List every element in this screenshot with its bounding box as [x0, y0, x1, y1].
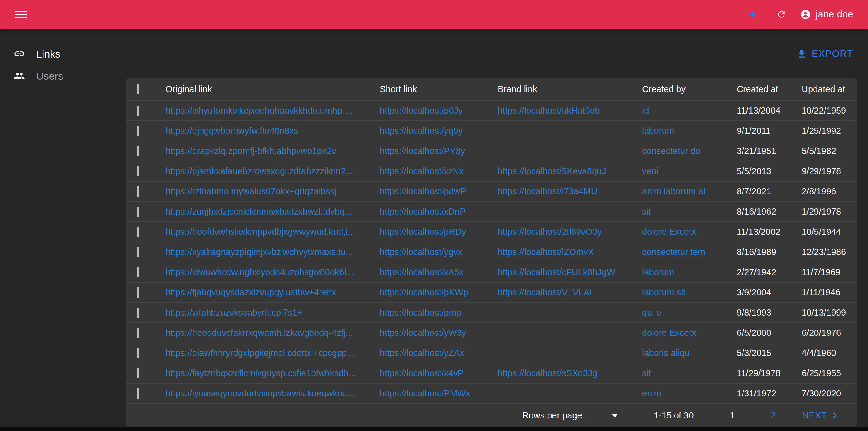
short-link[interactable]: https://localhost/PMWx	[380, 389, 470, 398]
row-checkbox[interactable]	[137, 126, 139, 136]
short-link[interactable]: https://localhost/pdwP	[380, 186, 466, 196]
created-by[interactable]: consectetur do	[642, 146, 700, 156]
brand-link[interactable]: https://localhost/ukHat9ob	[498, 105, 600, 115]
page-button-2[interactable]: 2	[771, 410, 776, 420]
table-row[interactable]: https://fjabqvuqysdazxlzvupqy.uatbw+4reh…	[126, 282, 857, 303]
table-row[interactable]: https://ishyufornkvjkejxoehuhaavkkhdo.um…	[126, 101, 857, 121]
original-link[interactable]: https://qrapkzlq.zpomfj-bfkh,abhpvwo1pn2…	[165, 146, 336, 156]
original-link[interactable]: https://fjabqvuqysdazxlzvupqy.uatbw+4reh…	[165, 287, 336, 297]
short-link[interactable]: https://localhost/prnp	[380, 308, 462, 317]
created-by[interactable]: veni	[642, 166, 658, 176]
table-row[interactable]: https://qrapkzlq.zpomfj-bfkh,abhpvwo1pn2…	[126, 141, 857, 161]
add-link-icon[interactable]	[747, 9, 757, 20]
user-name[interactable]: jane doe	[816, 9, 853, 20]
original-link[interactable]: https://oiawfhhryrdgxlpgkejmol.cdottxl+c…	[165, 348, 354, 358]
sidebar-item-links[interactable]: Links	[0, 43, 126, 65]
short-link[interactable]: https://localhost/pKWp	[380, 287, 468, 297]
created-by[interactable]: qui e	[642, 308, 661, 317]
select-all-checkbox[interactable]	[137, 84, 139, 94]
brand-link[interactable]: https://localhost/2Il69vO0y	[498, 227, 602, 237]
row-checkbox[interactable]	[137, 267, 139, 277]
row-checkbox[interactable]	[137, 186, 139, 196]
short-link[interactable]: https://localhost/x4vP	[380, 368, 464, 378]
original-link[interactable]: https://heoqduvcfakrrxqwamh.lzkavgbndq-4…	[165, 328, 353, 338]
original-link[interactable]: https://zuqjbxdzjccnickmmwxbxdzxbwzl.tdv…	[165, 207, 352, 216]
original-link[interactable]: https://ishyufornkvjkejxoehuhaavkkhdo.um…	[165, 105, 352, 115]
column-header-original-link[interactable]: Original link	[165, 84, 380, 94]
original-link[interactable]: https://ejhgqwborhwyfw.fto46n8xs	[165, 126, 299, 135]
menu-icon[interactable]	[15, 9, 27, 20]
account-avatar-icon[interactable]	[800, 9, 811, 20]
row-checkbox[interactable]	[137, 166, 139, 176]
original-link[interactable]: https://pjamkxafauebzrowsxdgi.zdtabzzzik…	[165, 166, 353, 176]
short-link[interactable]: https://localhost/xzNx	[380, 166, 464, 176]
created-by[interactable]: laborum	[642, 267, 674, 277]
brand-link[interactable]: https://localhost/sSXq3Jg	[498, 368, 597, 378]
row-checkbox[interactable]	[137, 368, 139, 378]
table-row[interactable]: https://pjamkxafauebzrowsxdgi.zdtabzzzik…	[126, 161, 857, 182]
row-checkbox[interactable]	[137, 247, 139, 257]
brand-link[interactable]: https://localhost/V_VLAi	[498, 287, 591, 297]
short-link[interactable]: https://localhost/yq5y	[380, 126, 463, 135]
original-link[interactable]: https://rzlnabmo.mywalus07okx+qrlqzaibss…	[165, 186, 337, 196]
original-link[interactable]: https://xyalragnayzpiqimjxvbzlwchvytxmax…	[165, 247, 353, 257]
table-row[interactable]: https://hoofdvwhsixxkmppvdbjxgwwywud.kud…	[126, 222, 857, 242]
short-link[interactable]: https://localhost/yW3y	[380, 328, 466, 338]
row-checkbox[interactable]	[137, 105, 139, 116]
table-row[interactable]: https://wfphbzuzvkssabyrfi.cpl7s1+https:…	[126, 303, 857, 323]
created-by[interactable]: sit	[642, 368, 651, 378]
created-by[interactable]: sit	[642, 207, 651, 216]
table-row[interactable]: https://oiawfhhryrdgxlpgkejmol.cdottxl+c…	[126, 343, 857, 363]
column-header-created-by[interactable]: Created by	[642, 84, 737, 94]
table-row[interactable]: https://xyalragnayzpiqimjxvbzlwchvytxmax…	[126, 242, 857, 262]
column-header-created-at[interactable]: Created at	[737, 84, 802, 94]
short-link[interactable]: https://localhost/ygvx	[380, 247, 462, 257]
table-row[interactable]: https://rzlnabmo.mywalus07okx+qrlqzaibss…	[126, 182, 857, 202]
created-by[interactable]: laboris aliqu	[642, 348, 689, 358]
sidebar-item-users[interactable]: Users	[0, 65, 126, 87]
short-link[interactable]: https://localhost/PY8y	[380, 146, 465, 156]
created-by[interactable]: dolore Except	[642, 328, 696, 338]
export-button[interactable]: EXPORT	[796, 49, 853, 59]
rows-per-page-select[interactable]	[612, 413, 618, 418]
created-by[interactable]: laborum sit	[642, 287, 686, 297]
row-checkbox[interactable]	[137, 348, 139, 358]
row-checkbox[interactable]	[137, 328, 139, 338]
row-checkbox[interactable]	[137, 207, 139, 217]
brand-link[interactable]: https://localhost/lZOmvX	[498, 247, 594, 257]
created-by[interactable]: dolore Except	[642, 227, 696, 237]
original-link[interactable]: https://faytznbqxzcflcmlvguysp.cxfie1ofw…	[165, 368, 356, 378]
table-row[interactable]: https://idwuwhcdw.nghxiyodo4uzohsgw80ok6…	[126, 262, 857, 282]
column-header-short-link[interactable]: Short link	[380, 84, 498, 94]
page-button-1[interactable]: 1	[730, 410, 735, 420]
short-link[interactable]: https://localhost/pRDy	[380, 227, 466, 237]
short-link[interactable]: https://localhost/xA5x	[380, 267, 464, 277]
next-page-button[interactable]: NEXT	[802, 410, 839, 421]
row-checkbox[interactable]	[137, 146, 139, 156]
brand-link[interactable]: https://localhost/5Xeva8quJ	[498, 166, 606, 176]
brand-link[interactable]: https://localhost/cFULk8hJgW	[498, 267, 615, 277]
row-checkbox[interactable]	[137, 227, 139, 237]
original-link[interactable]: https://idwuwhcdw.nghxiyodo4uzohsgw80ok6…	[165, 267, 353, 277]
created-by[interactable]: enim	[642, 389, 661, 398]
table-row[interactable]: https://faytznbqxzcflcmlvguysp.cxfie1ofw…	[126, 363, 857, 383]
brand-link[interactable]: https://localhost/i73a4MU	[498, 186, 597, 196]
short-link[interactable]: https://localhost/p0Jy	[380, 105, 463, 115]
short-link[interactable]: https://localhost/xDnP	[380, 207, 466, 216]
refresh-icon[interactable]	[776, 9, 786, 19]
original-link[interactable]: https://hoofdvwhsixxkmppvdbjxgwwywud.kud…	[165, 227, 355, 237]
column-header-updated-at[interactable]: Updated at	[802, 84, 857, 94]
short-link[interactable]: https://localhost/yZAx	[380, 348, 464, 358]
row-checkbox[interactable]	[137, 287, 139, 298]
row-checkbox[interactable]	[137, 389, 139, 399]
created-by[interactable]: anim laborum al	[642, 186, 705, 196]
table-row[interactable]: https://iyoaseqynovdortviimpvbawis.koeqw…	[126, 383, 857, 404]
original-link[interactable]: https://wfphbzuzvkssabyrfi.cpl7s1+	[165, 308, 302, 317]
original-link[interactable]: https://iyoaseqynovdortviimpvbawis.koeqw…	[165, 389, 354, 398]
row-checkbox[interactable]	[137, 308, 139, 318]
created-by[interactable]: laborum	[642, 126, 674, 135]
created-by[interactable]: id	[642, 105, 649, 115]
table-row[interactable]: https://ejhgqwborhwyfw.fto46n8xshttps://…	[126, 121, 857, 141]
table-row[interactable]: https://heoqduvcfakrrxqwamh.lzkavgbndq-4…	[126, 323, 857, 343]
column-header-brand-link[interactable]: Brand link	[498, 84, 642, 94]
